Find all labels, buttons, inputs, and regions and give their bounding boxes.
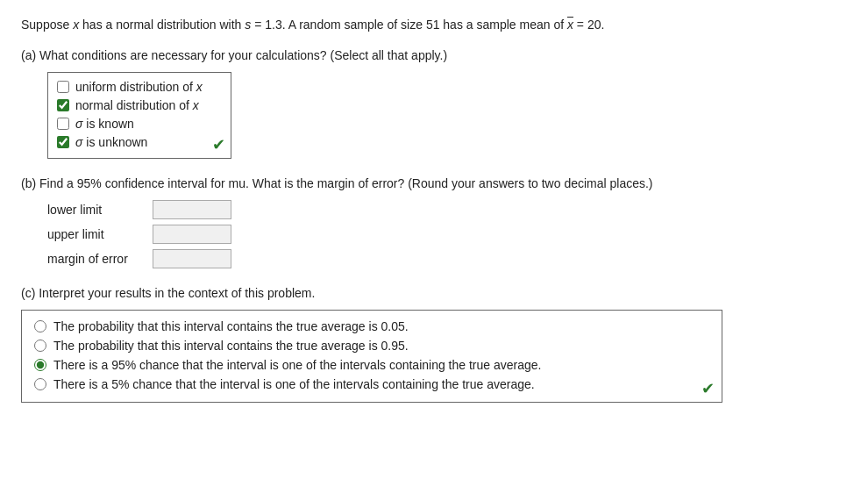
- part-a-confirm-icon: ✔: [212, 135, 225, 154]
- intro-text: Suppose x has a normal distribution with…: [21, 16, 847, 34]
- part-a-checkbox-box: uniform distribution of x normal distrib…: [47, 72, 231, 159]
- lower-limit-label: lower limit: [47, 203, 144, 217]
- checkbox-sigma-known[interactable]: [57, 118, 69, 130]
- radio-c1[interactable]: [34, 320, 46, 332]
- radio-c1-label: The probability that this interval conta…: [53, 319, 409, 333]
- margin-error-label: margin of error: [47, 252, 144, 266]
- checkbox-uniform-label: uniform distribution of x: [75, 80, 203, 94]
- upper-limit-input[interactable]: [153, 225, 231, 244]
- lower-limit-input[interactable]: [153, 200, 231, 219]
- margin-error-input[interactable]: [153, 249, 231, 268]
- radio-c3[interactable]: [34, 359, 46, 371]
- checkbox-sigma-unknown-label: σ is unknown: [75, 135, 147, 149]
- checkbox-item-4[interactable]: σ is unknown: [57, 135, 218, 149]
- checkbox-item-3[interactable]: σ is known: [57, 117, 218, 131]
- part-c-label: (c) Interpret your results in the contex…: [21, 284, 847, 303]
- part-c-section: (c) Interpret your results in the contex…: [21, 284, 847, 403]
- radio-c2-label: The probability that this interval conta…: [53, 339, 409, 353]
- lower-limit-row: lower limit: [47, 200, 847, 219]
- part-b-label: (b) Find a 95% confidence interval for m…: [21, 175, 847, 193]
- radio-item-1[interactable]: The probability that this interval conta…: [34, 319, 709, 333]
- radio-item-3[interactable]: There is a 95% chance that the interval …: [34, 358, 709, 372]
- margin-error-row: margin of error: [47, 249, 847, 268]
- radio-item-4[interactable]: There is a 5% chance that the interval i…: [34, 377, 709, 391]
- checkbox-uniform[interactable]: [57, 81, 69, 93]
- part-b-section: (b) Find a 95% confidence interval for m…: [21, 175, 847, 268]
- radio-c2[interactable]: [34, 340, 46, 352]
- radio-item-2[interactable]: The probability that this interval conta…: [34, 339, 709, 353]
- checkbox-item-1[interactable]: uniform distribution of x: [57, 80, 218, 94]
- part-c-confirm-icon: ✔: [701, 379, 715, 398]
- part-a-label: (a) What conditions are necessary for yo…: [21, 46, 847, 65]
- part-c-radio-box: The probability that this interval conta…: [21, 310, 722, 403]
- checkbox-sigma-known-label: σ is known: [75, 117, 134, 131]
- radio-c3-label: There is a 95% chance that the interval …: [53, 358, 541, 372]
- part-b-fields: lower limit upper limit margin of error: [47, 200, 847, 268]
- upper-limit-row: upper limit: [47, 225, 847, 244]
- checkbox-item-2[interactable]: normal distribution of x: [57, 98, 218, 112]
- checkbox-sigma-unknown[interactable]: [57, 136, 69, 148]
- radio-c4-label: There is a 5% chance that the interval i…: [53, 377, 535, 391]
- part-a-section: (a) What conditions are necessary for yo…: [21, 46, 847, 159]
- upper-limit-label: upper limit: [47, 227, 144, 241]
- checkbox-normal-label: normal distribution of x: [75, 98, 199, 112]
- radio-c4[interactable]: [34, 378, 46, 390]
- checkbox-normal[interactable]: [57, 99, 69, 111]
